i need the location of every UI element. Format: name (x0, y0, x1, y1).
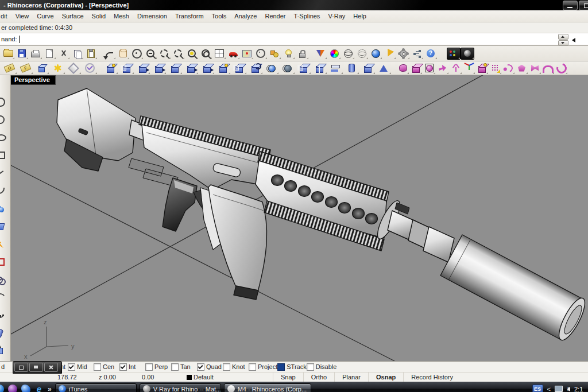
arc-tool-icon[interactable] (0, 93, 10, 111)
axes-rgb-icon[interactable] (462, 62, 475, 75)
print-icon[interactable] (29, 47, 42, 60)
menu-item-render[interactable]: Render (261, 10, 289, 22)
paste-icon[interactable] (84, 47, 98, 60)
taskbar-task-v-ray-for-rhino-mat[interactable]: V-Ray for Rhino -- Mat... (140, 383, 221, 392)
osnap-project-checkbox[interactable] (249, 363, 256, 371)
osnap-mid[interactable]: Mid (68, 363, 94, 371)
cone-flag-icon[interactable] (382, 47, 396, 60)
menu-item-mesh[interactable]: Mesh (110, 10, 133, 22)
tspline-cube-icon[interactable] (409, 62, 423, 75)
viewport-label[interactable]: Perspective (11, 75, 56, 85)
internet-explorer-icon[interactable] (34, 385, 44, 392)
light-icon[interactable] (281, 47, 295, 60)
hierarchy-icon[interactable] (410, 47, 424, 60)
osnap-strack[interactable]: STrack (277, 363, 306, 371)
menu-item-transform[interactable]: Transform (171, 10, 208, 22)
undo-icon[interactable] (102, 47, 116, 60)
curve-tool-icon[interactable] (0, 182, 10, 200)
small-cube-icon[interactable] (33, 62, 49, 75)
overflow-chevron[interactable]: » (48, 385, 52, 392)
osnap-perp[interactable]: Perp (145, 363, 171, 371)
tspline-pentagon-icon[interactable] (515, 62, 528, 75)
status-pane-osnap[interactable]: Osnap (368, 372, 403, 382)
split-icon[interactable] (311, 62, 327, 75)
help-icon[interactable] (424, 47, 438, 60)
history-collapse-button[interactable] (572, 38, 575, 42)
rotate-face-icon[interactable] (247, 62, 263, 75)
tspline-branch-icon[interactable] (449, 62, 462, 75)
car-icon[interactable] (226, 47, 240, 60)
extrude-face-icon[interactable] (134, 62, 150, 75)
osnap-int[interactable]: Int (119, 363, 145, 371)
cut-app-icon[interactable] (0, 385, 4, 392)
vray-render-icon[interactable] (461, 47, 474, 60)
map-icon[interactable] (240, 47, 254, 60)
menu-item-surface[interactable]: Surface (58, 10, 88, 22)
extrude-tool-icon[interactable] (0, 342, 10, 360)
tag-o-icon[interactable]: O (1, 62, 17, 75)
menu-item-tools[interactable]: Tools (208, 10, 231, 22)
cylinder-icon[interactable] (343, 62, 359, 75)
menu-item-help[interactable]: Help (349, 10, 370, 22)
save-icon[interactable] (15, 47, 29, 60)
language-indicator[interactable]: ES (532, 385, 543, 392)
merge-icon[interactable] (295, 62, 311, 75)
osnap-project[interactable]: Project (249, 363, 277, 371)
taskbar-task-itunes[interactable]: iTunes (55, 383, 137, 392)
boolean-difference-icon[interactable] (279, 62, 295, 75)
select-face-icon[interactable] (102, 62, 118, 75)
mini-restore-button[interactable] (14, 363, 28, 372)
osnap-quad-checkbox[interactable] (197, 363, 204, 371)
trim-tool-icon[interactable] (0, 253, 10, 271)
surface-tool-icon[interactable] (0, 218, 10, 235)
line-tool-icon[interactable] (0, 164, 10, 182)
explode-tool-icon[interactable] (0, 235, 10, 253)
minimize-button[interactable] (563, 1, 578, 10)
snap-asterisk-icon[interactable] (49, 62, 65, 75)
extrude-left-icon[interactable] (199, 62, 215, 75)
slab-stack-icon[interactable] (327, 62, 343, 75)
osnap-quad[interactable]: Quad (197, 363, 223, 371)
viewport-perspective[interactable]: z y x (11, 75, 588, 361)
menu-item-dimension[interactable]: Dimension (133, 10, 171, 22)
check-circle-icon[interactable] (82, 62, 98, 75)
osnap-knot[interactable]: Knot (223, 363, 249, 371)
color-wheel-icon[interactable] (327, 47, 341, 60)
tspline-planes-icon[interactable] (528, 62, 541, 75)
menu-item-view[interactable]: View (11, 10, 33, 22)
pyramid-icon[interactable] (376, 62, 392, 75)
vray-logo-icon[interactable] (314, 47, 327, 60)
command-input-row[interactable]: nand: (0, 33, 588, 46)
tspline-sphere-box-icon[interactable] (423, 62, 436, 75)
box-icon[interactable] (359, 62, 376, 75)
zoom-extents-icon[interactable] (199, 47, 212, 60)
rectangle-tool-icon[interactable] (0, 146, 10, 164)
osnap-tan-checkbox[interactable] (171, 363, 179, 371)
osnap-cen[interactable]: Cen (94, 363, 119, 371)
status-pane-record-history[interactable]: Record History (403, 372, 461, 382)
spinner-up-button[interactable] (558, 34, 568, 40)
tspline-bridge-icon[interactable] (541, 62, 555, 75)
osnap-perp-checkbox[interactable] (145, 363, 153, 371)
mini-close-button[interactable] (44, 363, 58, 372)
lock-icon[interactable] (295, 47, 309, 60)
tspline-surface-icon[interactable] (396, 62, 409, 75)
taskbar-task-m4-rhinoceros-corp[interactable]: M4 - Rhinoceros (Corp... (224, 383, 311, 392)
osnap-mid-checkbox[interactable] (68, 363, 75, 371)
viewport-layout-icon[interactable] (212, 47, 226, 60)
offset-surface-icon[interactable] (118, 62, 134, 75)
control-points-icon[interactable] (0, 306, 10, 324)
layer-pane[interactable]: Default (187, 374, 273, 381)
tspline-grid-edit-icon[interactable] (489, 62, 502, 75)
rotate-tool-icon[interactable] (0, 289, 10, 306)
export-icon[interactable] (42, 47, 56, 60)
status-pane-planar[interactable]: Planar (334, 372, 368, 382)
tspline-cube-vertex-icon[interactable] (475, 62, 489, 75)
copy-icon[interactable] (70, 47, 84, 60)
cut-icon[interactable] (56, 47, 70, 60)
menu-item-analyze[interactable]: Analyze (230, 10, 261, 22)
open-file-icon[interactable] (1, 47, 15, 60)
restore-button[interactable] (579, 1, 588, 10)
diamond-icon[interactable] (65, 62, 82, 75)
options-gear-icon[interactable] (396, 47, 410, 60)
